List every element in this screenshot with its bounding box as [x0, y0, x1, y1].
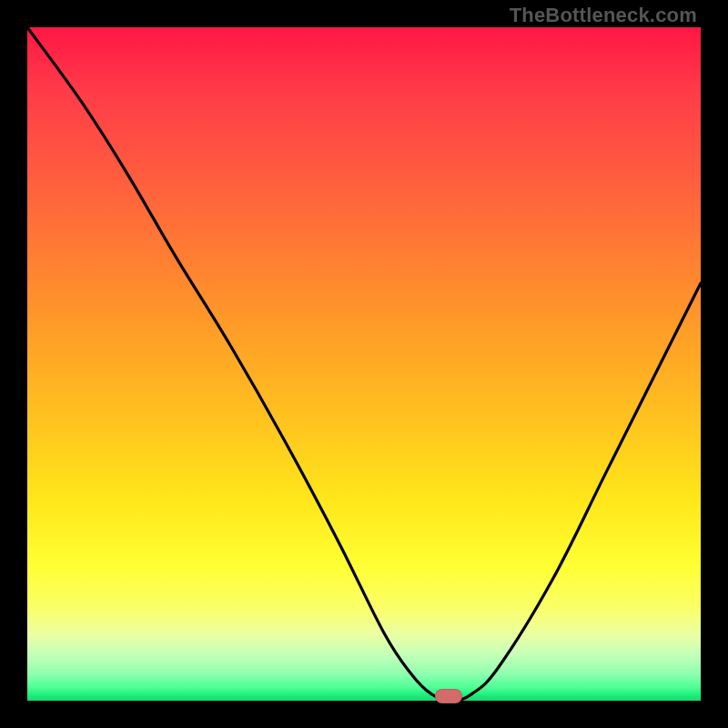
chart-frame	[27, 27, 701, 701]
selected-point-marker	[435, 689, 462, 703]
bottleneck-curve	[27, 27, 701, 701]
watermark-text: TheBottleneck.com	[510, 4, 697, 27]
